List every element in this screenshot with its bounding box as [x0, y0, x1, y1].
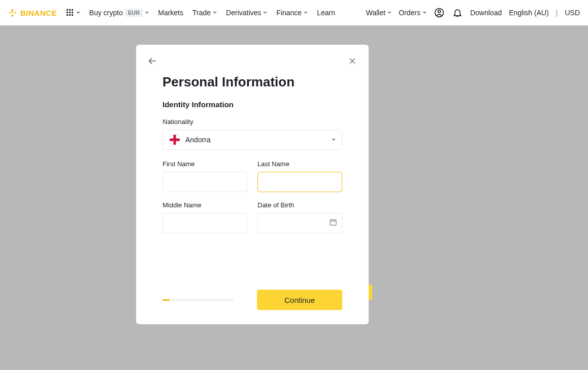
first-name-input[interactable]: [162, 172, 247, 192]
modal-header: [146, 55, 358, 67]
svg-rect-0: [67, 9, 68, 11]
nationality-label: Nationality: [162, 118, 342, 126]
svg-point-10: [438, 10, 440, 13]
middle-name-group: Middle Name: [162, 201, 247, 233]
svg-rect-7: [69, 14, 71, 16]
chevron-down-icon: [304, 12, 308, 14]
user-icon: [434, 8, 444, 18]
binance-icon: [8, 8, 17, 17]
notifications-icon[interactable]: [452, 7, 463, 18]
nav-currency[interactable]: USD: [565, 9, 580, 17]
nav-markets[interactable]: Markets: [158, 9, 183, 17]
nav-trade[interactable]: Trade: [192, 9, 217, 17]
chevron-down-icon: [145, 12, 149, 14]
nav-orders[interactable]: Orders: [399, 9, 427, 17]
nav-label: Download: [470, 9, 502, 17]
nav-label: Wallet: [366, 9, 385, 17]
close-icon: [347, 56, 357, 66]
svg-rect-4: [69, 12, 71, 13]
progress-fill: [162, 299, 170, 301]
middle-name-input[interactable]: [162, 213, 247, 233]
chevron-down-icon: [387, 12, 391, 14]
dob-input[interactable]: [257, 213, 342, 233]
progress-bar: [162, 299, 234, 301]
modal-body: Personal Information Identity Informatio…: [150, 74, 354, 310]
arrow-left-icon: [147, 55, 158, 67]
nav-label: Markets: [158, 9, 183, 17]
divider: |: [556, 9, 558, 17]
select-value-wrapper: Andorra: [169, 134, 211, 145]
nav-language[interactable]: English (AU): [509, 9, 549, 17]
nav-derivatives[interactable]: Derivatives: [226, 9, 267, 17]
background-element: [368, 285, 372, 300]
apps-menu[interactable]: [66, 9, 80, 17]
account-icon[interactable]: [434, 7, 445, 18]
svg-rect-5: [72, 12, 73, 13]
dob-wrapper: [257, 213, 342, 233]
first-name-label: First Name: [162, 160, 247, 168]
nav-label: Derivatives: [226, 9, 261, 17]
chevron-down-icon: [263, 12, 267, 14]
modal-footer: Continue: [162, 290, 342, 310]
nav-download[interactable]: Download: [470, 9, 502, 17]
svg-rect-3: [67, 12, 68, 13]
svg-rect-1: [69, 9, 71, 11]
chevron-down-icon: [332, 139, 336, 141]
modal-title: Personal Information: [162, 74, 342, 90]
nav-finance[interactable]: Finance: [276, 9, 308, 17]
chevron-down-icon: [76, 12, 80, 14]
last-name-label: Last Name: [257, 160, 342, 168]
chevron-down-icon: [422, 12, 427, 14]
first-name-group: First Name: [162, 160, 247, 192]
middle-dob-row: Middle Name Date of Birth: [162, 201, 342, 233]
bell-icon: [452, 8, 463, 18]
svg-rect-2: [72, 9, 73, 11]
personal-information-modal: Personal Information Identity Informatio…: [136, 45, 369, 324]
section-title: Identity Information: [162, 100, 342, 109]
nav-label: Orders: [399, 9, 420, 17]
nav-left: BINANCE Buy crypto EUR Markets Trade Der…: [8, 8, 335, 17]
chevron-down-icon: [213, 12, 217, 14]
nav-label: USD: [565, 9, 580, 17]
nav-label: Finance: [276, 9, 302, 17]
dob-group: Date of Birth: [257, 201, 342, 233]
binance-logo[interactable]: BINANCE: [8, 8, 57, 17]
nav-learn[interactable]: Learn: [317, 9, 335, 17]
nationality-value: Andorra: [185, 136, 211, 144]
currency-badge: EUR: [125, 9, 143, 17]
nav-label: Learn: [317, 9, 335, 17]
name-row: First Name Last Name: [162, 160, 342, 192]
flag-icon: [169, 134, 180, 145]
dob-label: Date of Birth: [257, 201, 342, 209]
last-name-input[interactable]: [257, 172, 342, 192]
nav-label: Buy crypto: [89, 9, 123, 17]
svg-rect-6: [67, 14, 68, 16]
nav-label: English (AU): [509, 9, 549, 17]
brand-name: BINANCE: [20, 9, 57, 17]
nav-label: Trade: [192, 9, 211, 17]
continue-button[interactable]: Continue: [257, 290, 342, 310]
svg-rect-8: [72, 14, 73, 16]
nationality-select[interactable]: Andorra: [162, 130, 342, 150]
last-name-group: Last Name: [257, 160, 342, 192]
middle-name-label: Middle Name: [162, 201, 247, 209]
top-navigation: BINANCE Buy crypto EUR Markets Trade Der…: [0, 0, 588, 25]
back-button[interactable]: [146, 55, 158, 67]
nav-wallet[interactable]: Wallet: [366, 9, 391, 17]
grid-icon: [66, 9, 74, 17]
nav-right: Wallet Orders Download English (AU) | US…: [366, 7, 580, 18]
nav-buy-crypto[interactable]: Buy crypto EUR: [89, 9, 149, 17]
close-button[interactable]: [346, 55, 358, 67]
